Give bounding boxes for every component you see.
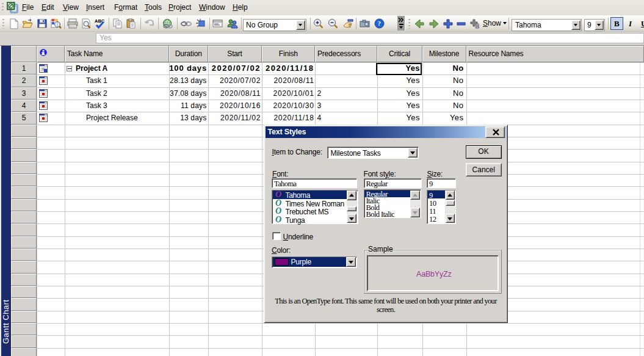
- svg-text:?: ?: [378, 20, 382, 27]
